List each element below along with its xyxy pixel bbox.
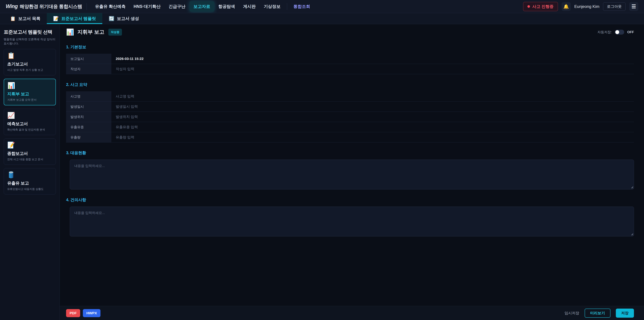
nav-item-weather-info[interactable]: 기상정보 — [260, 1, 284, 12]
field-label-occurrence-datetime: 발생일시 — [66, 102, 111, 112]
oil-drum-icon: 🛢️ — [7, 172, 52, 178]
save-button[interactable]: 저장 — [616, 308, 634, 318]
hamburger-menu-button[interactable]: ☰ — [629, 2, 638, 11]
nav-item-report-data[interactable]: 보고자료 — [190, 1, 214, 12]
status-badge: 작성중 — [108, 29, 122, 36]
report-title: 지휘부 보고 — [77, 29, 104, 36]
export-pdf-button[interactable]: PDF — [66, 309, 80, 317]
notification-button[interactable]: 🔔 — [562, 2, 571, 11]
content-area: 표준보고서 템플릿 선택 템플릿을 선택하면 오른쪽에 작성 양식이 표시됩니다… — [0, 24, 644, 320]
table-row: 발생일시 발생일시 입력 — [66, 102, 634, 112]
response-status-textarea[interactable] — [70, 160, 634, 189]
template-card-command-report[interactable]: 📊 지휘부 보고 지휘부 보고용 요약 문서 — [4, 79, 56, 105]
report-form-panel: 📊 지휘부 보고 작성중 자동저장: OFF 1. 기본정보 보고일시 2026… — [60, 24, 644, 320]
bar-chart-icon: 📊 — [8, 82, 52, 89]
toggle-knob — [615, 30, 619, 34]
field-input-incident-name[interactable]: 사고명 입력 — [111, 91, 634, 101]
table-row: 발생위치 발생위치 입력 — [66, 112, 634, 122]
incident-summary-table: 사고명 사고명 입력 발생일시 발생일시 입력 발생위치 발생위치 입력 유출유… — [66, 91, 634, 142]
field-input-oil-type[interactable]: 유출유종 입력 — [111, 122, 634, 132]
nav-item-aerial-search[interactable]: 항공탐색 — [214, 1, 239, 12]
nav-item-emergency-rescue[interactable]: 긴급구난 — [165, 1, 190, 12]
autosave-state: OFF — [627, 30, 634, 34]
bar-chart-icon: 📊 — [66, 29, 74, 35]
suggestions-textarea-wrap — [70, 207, 634, 236]
logout-button[interactable]: 로그아웃 — [603, 2, 626, 11]
document-pencil-icon: 📝 — [7, 142, 52, 148]
field-value-report-datetime[interactable]: 2026-03-11 15:22 — [111, 54, 634, 64]
report-form-scroll: 📊 지휘부 보고 작성중 자동저장: OFF 1. 기본정보 보고일시 2026… — [60, 24, 644, 306]
report-header: 📊 지휘부 보고 작성중 자동저장: OFF — [66, 29, 634, 36]
autosave-group: 자동저장: OFF — [598, 30, 634, 35]
field-input-occurrence-datetime[interactable]: 발생일시 입력 — [111, 102, 634, 112]
user-name: Eunjeong Kim — [574, 4, 600, 9]
incident-dot-icon — [528, 5, 530, 8]
main-nav: 유출유 확산예측 HNS·대기확산 긴급구난 보고자료 항공탐색 게시판 기상정… — [91, 1, 314, 12]
tab-report-list[interactable]: 📋 보고서 목록 — [4, 13, 47, 24]
field-input-spill-amount[interactable]: 유출량 입력 — [111, 132, 634, 142]
topbar-right-group: 사고 진행중 🔔 Eunjeong Kim 로그아웃 ☰ — [523, 2, 638, 11]
basic-info-table: 보고일시 2026-03-11 15:22 작성자 작성자 입력 — [66, 54, 634, 74]
autosave-toggle[interactable] — [615, 30, 624, 35]
tab-report-generate[interactable]: 🔄 보고서 생성 — [102, 13, 146, 24]
nav-item-hns-diffusion[interactable]: HNS·대기확산 — [130, 1, 165, 12]
template-card-initial-report[interactable]: 📋 초기보고서 사고 발생 직후 초기 상황 보고 — [4, 49, 56, 75]
table-row: 보고일시 2026-03-11 15:22 — [66, 54, 634, 64]
top-bar: Wing 해양환경 위기대응 통합시스템 유출유 확산예측 HNS·대기확산 긴… — [0, 0, 644, 13]
template-card-description: 유류오염사고 대응지원 상황도 — [7, 187, 52, 191]
field-input-author[interactable]: 작성자 입력 — [111, 64, 634, 74]
temp-save-button[interactable]: 임시저장 — [564, 310, 579, 316]
incident-badge-label: 사고 진행중 — [532, 4, 554, 9]
template-card-description: 전체 사고 대응 종합 보고 문서 — [7, 158, 52, 161]
template-card-title: 종합보고서 — [7, 151, 52, 156]
incident-status-badge[interactable]: 사고 진행중 — [523, 2, 558, 11]
tab-standard-report-template[interactable]: 📝 표준보고서 템플릿 — [47, 13, 102, 24]
section-heading-basic-info: 1. 기본정보 — [66, 44, 634, 50]
sidebar-description: 템플릿을 선택하면 오른쪽에 작성 양식이 표시됩니다. — [4, 38, 56, 46]
clipboard-icon: 📋 — [7, 53, 52, 59]
template-card-title: 예측보고서 — [7, 121, 52, 127]
field-label-oil-type: 유출유종 — [66, 122, 111, 132]
export-hwpx-button[interactable]: HWPX — [83, 309, 100, 317]
section-heading-response-status: 3. 대응현황 — [66, 150, 634, 156]
refresh-icon: 🔄 — [109, 16, 114, 21]
template-card-title: 유출유 보고 — [7, 180, 52, 186]
suggestions-textarea[interactable] — [70, 207, 634, 236]
section-heading-suggestions: 4. 건의사항 — [66, 197, 634, 203]
memo-icon: 📝 — [53, 16, 59, 21]
logo-mark: Wing — [6, 3, 18, 10]
sidebar-title: 표준보고서 템플릿 선택 — [4, 29, 56, 35]
preview-button[interactable]: 미리보기 — [585, 308, 610, 318]
response-status-textarea-wrap — [70, 160, 634, 189]
field-label-report-datetime: 보고일시 — [66, 54, 111, 64]
table-row: 유출유종 유출유종 입력 — [66, 122, 634, 132]
bell-icon: 🔔 — [563, 4, 569, 9]
template-sidebar: 표준보고서 템플릿 선택 템플릿을 선택하면 오른쪽에 작성 양식이 표시됩니다… — [0, 24, 60, 320]
template-card-prediction-report[interactable]: 📈 예측보고서 확산예측 결과 및 민감자원 분석 — [4, 109, 56, 135]
app-title: 해양환경 위기대응 통합시스템 — [20, 3, 82, 10]
autosave-label: 자동저장: — [598, 30, 612, 34]
field-label-occurrence-location: 발생위치 — [66, 112, 111, 122]
nav-item-oil-spill-prediction[interactable]: 유출유 확산예측 — [91, 1, 130, 12]
table-row: 유출량 유출량 입력 — [66, 132, 634, 142]
nav-item-board[interactable]: 게시판 — [239, 1, 260, 12]
field-label-spill-amount: 유출량 — [66, 132, 111, 142]
template-card-title: 초기보고서 — [7, 61, 52, 67]
action-footer: PDF HWPX 임시저장 미리보기 저장 — [60, 306, 644, 320]
hamburger-icon: ☰ — [632, 4, 636, 10]
section-heading-incident-summary: 2. 사고 요약 — [66, 82, 634, 87]
app-logo[interactable]: Wing 해양환경 위기대응 통합시스템 — [6, 3, 82, 10]
field-label-incident-name: 사고명 — [66, 91, 111, 101]
field-input-occurrence-location[interactable]: 발생위치 입력 — [111, 112, 634, 122]
chart-increasing-icon: 📈 — [7, 112, 52, 119]
nav-item-integrated-search[interactable]: 통합조회 — [290, 1, 314, 12]
tab-report-list-label: 보고서 목록 — [18, 16, 40, 21]
clipboard-icon: 📋 — [10, 16, 16, 21]
template-card-description: 지휘부 보고용 요약 문서 — [8, 98, 52, 102]
field-label-author: 작성자 — [66, 64, 111, 74]
table-row: 사고명 사고명 입력 — [66, 91, 634, 102]
template-card-comprehensive-report[interactable]: 📝 종합보고서 전체 사고 대응 종합 보고 문서 — [4, 138, 56, 165]
table-row: 작성자 작성자 입력 — [66, 64, 634, 74]
template-card-description: 사고 발생 직후 초기 상황 보고 — [7, 68, 52, 72]
template-card-oil-spill-report[interactable]: 🛢️ 유출유 보고 유류오염사고 대응지원 상황도 — [4, 168, 56, 194]
